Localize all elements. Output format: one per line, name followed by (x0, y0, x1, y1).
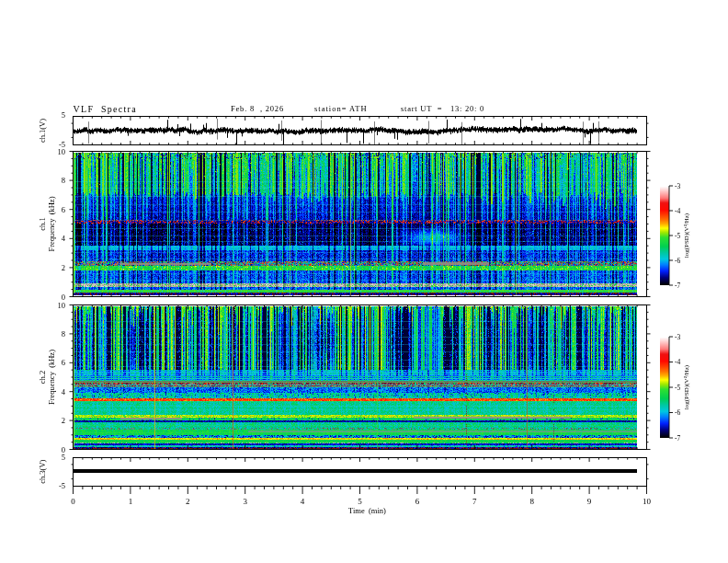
svg-text:2: 2 (186, 497, 190, 506)
svg-text:VLF Spectra: VLF Spectra (74, 104, 137, 114)
svg-text:6: 6 (62, 358, 65, 367)
svg-text:start UT = 13: 20: 0: start UT = 13: 20: 0 (401, 104, 484, 113)
svg-text:10: 10 (58, 147, 66, 156)
svg-text:ch.3(V): ch.3(V) (38, 459, 47, 483)
svg-text:-7: -7 (675, 434, 680, 442)
svg-text:6: 6 (415, 497, 420, 506)
svg-text:1: 1 (129, 497, 133, 506)
svg-text:4: 4 (301, 497, 305, 506)
svg-text:10: 10 (58, 301, 66, 310)
svg-text:Frequency (kHz): Frequency (kHz) (47, 196, 56, 251)
svg-text:4: 4 (62, 234, 66, 243)
svg-text:-4: -4 (675, 207, 680, 215)
svg-text:9: 9 (587, 497, 592, 506)
svg-text:5: 5 (358, 497, 362, 506)
svg-text:ch.2: ch.2 (38, 371, 47, 384)
svg-text:0: 0 (71, 497, 75, 506)
svg-text:2: 2 (62, 263, 65, 272)
svg-text:ch.1: ch.1 (38, 217, 47, 230)
svg-text:2: 2 (62, 416, 65, 425)
svg-text:-3: -3 (675, 182, 680, 190)
svg-text:8: 8 (62, 329, 65, 339)
svg-text:log(PSD)(V²/Hz): log(PSD)(V²/Hz) (683, 364, 690, 409)
svg-text:Frequency (kHz): Frequency (kHz) (47, 350, 56, 405)
svg-text:-3: -3 (675, 333, 680, 341)
svg-text:10: 10 (643, 497, 652, 506)
svg-text:6: 6 (62, 205, 65, 214)
svg-text:5: 5 (62, 110, 65, 120)
svg-text:7: 7 (472, 497, 477, 506)
svg-text:-5: -5 (59, 481, 65, 490)
svg-text:-4: -4 (675, 358, 680, 366)
svg-text:ch.1(V): ch.1(V) (38, 119, 47, 143)
svg-text:8: 8 (62, 176, 65, 185)
svg-text:5: 5 (62, 453, 65, 462)
svg-text:4: 4 (62, 387, 66, 396)
svg-text:3: 3 (243, 497, 247, 506)
svg-text:-6: -6 (675, 257, 680, 265)
svg-text:station= ATH: station= ATH (314, 104, 368, 113)
svg-text:-5: -5 (675, 384, 680, 392)
svg-text:-5: -5 (675, 232, 680, 240)
svg-text:Time (min): Time (min) (348, 506, 386, 515)
svg-text:-6: -6 (675, 408, 680, 417)
svg-text:log(PSD)(V²/Hz): log(PSD)(V²/Hz) (683, 213, 690, 258)
svg-text:-7: -7 (675, 282, 680, 290)
svg-text:8: 8 (529, 497, 534, 506)
svg-text:Feb. 8 , 2026: Feb. 8 , 2026 (231, 104, 284, 113)
